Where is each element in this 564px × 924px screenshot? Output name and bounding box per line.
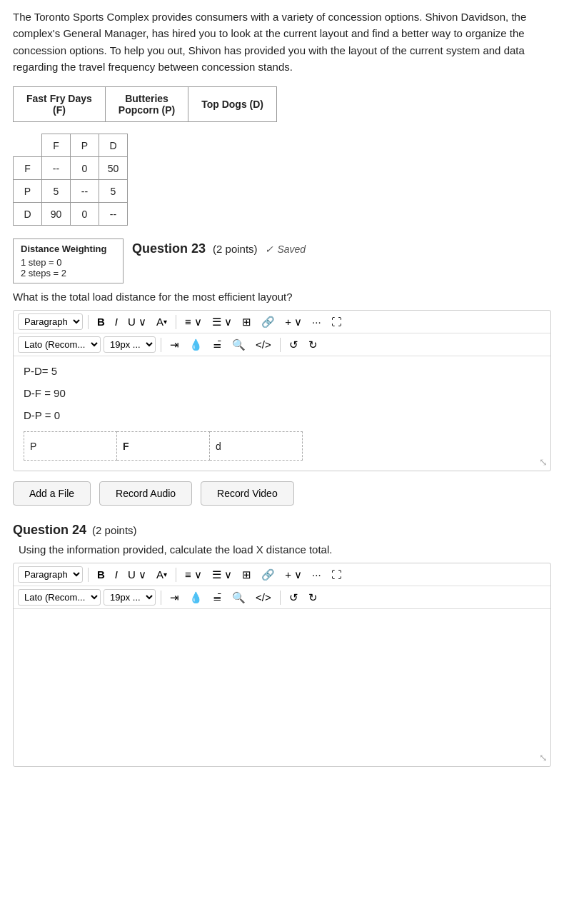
q24-prompt: Using the information provided, calculat… [13,543,551,556]
grid-header-d: D [99,134,128,157]
q24-editor[interactable]: Paragraph B I U ∨ A▾ ≡ ∨ ☰ ∨ ⊞ 🔗 + ∨ ···… [13,563,551,767]
find-button[interactable]: 🔍 [228,337,249,353]
grid-df: 90 [42,203,71,226]
q24-italic-button[interactable]: I [111,567,121,582]
grid-dd: -- [99,203,128,226]
grid-row-p-label: P [14,180,42,203]
grid-header-p: P [71,134,99,157]
q23-btn-row: Add a File Record Audio Record Video [13,481,551,506]
distance-weighting-box: Distance Weighting 1 step = 0 2 steps = … [13,238,124,283]
q24-divider3 [161,591,161,605]
check-icon: ✓ [265,243,273,255]
q24-title: Question 24 [13,523,86,538]
plus-button[interactable]: + ∨ [281,314,306,330]
record-audio-button[interactable]: Record Audio [99,481,192,506]
q24-insert-button[interactable]: ⊞ [238,567,255,583]
bold-button[interactable]: B [94,314,109,329]
add-file-button[interactable]: Add a File [13,481,91,506]
undo-button[interactable]: ↺ [286,337,302,353]
q24-align-button[interactable]: ≡ ∨ [181,567,206,583]
header-col3: Top Dogs (D) [188,87,277,122]
q23-table-cell2: F [117,432,210,461]
q24-format-button[interactable]: ≡̄ [209,590,226,606]
code-button[interactable]: </> [252,337,275,352]
q23-title: Question 23 [132,241,206,256]
q23-toolbar-row1: Paragraph B I U ∨ A▾ ≡ ∨ ☰ ∨ ⊞ 🔗 + ∨ ···… [14,311,550,333]
q24-style-select[interactable]: Paragraph [18,566,83,583]
q24-font-select[interactable]: Lato (Recom... [18,589,101,606]
q23-line1: P-D= 5 [24,365,540,377]
font-color-button[interactable]: A▾ [153,314,171,329]
grid-dp: 0 [71,203,99,226]
q24-divider4 [280,591,281,605]
q24-divider1 [88,568,89,582]
divider2 [176,315,176,329]
q24-section: Question 24 (2 points) Using the informa… [13,523,551,767]
divider4 [280,338,281,352]
q23-editor-body[interactable]: P-D= 5 D-F = 90 D-P = 0 P F d ⤡ [14,356,550,471]
grid-ff: -- [42,157,71,180]
grid-empty [14,134,42,157]
indent-button[interactable]: ⇥ [166,337,183,353]
record-video-button[interactable]: Record Video [201,481,294,506]
q24-size-select[interactable]: 19px ... [104,589,156,606]
q24-resize-handle[interactable]: ⤡ [539,752,548,763]
distance-step1: 1 step = 0 [21,257,116,268]
q24-more-button[interactable]: ··· [308,567,325,582]
more-button[interactable]: ··· [308,314,325,329]
distance-step2: 2 steps = 2 [21,268,116,278]
q24-font-color-button[interactable]: A▾ [153,567,171,582]
q24-toolbar-row2: Lato (Recom... 19px ... ⇥ 💧 ≡̄ 🔍 </> ↺ ↻ [14,586,550,609]
resize-handle[interactable]: ⤡ [539,456,548,468]
q24-toolbar-row1: Paragraph B I U ∨ A▾ ≡ ∨ ☰ ∨ ⊞ 🔗 + ∨ ···… [14,563,550,586]
divider3 [161,338,161,352]
grid-fp: 0 [71,157,99,180]
q24-header: Question 24 (2 points) [13,523,551,538]
q23-prompt: What is the total load distance for the … [13,291,551,303]
align-button[interactable]: ≡ ∨ [181,314,206,330]
q24-divider2 [176,568,176,582]
q23-size-select[interactable]: 19px ... [104,336,156,353]
q23-editor[interactable]: Paragraph B I U ∨ A▾ ≡ ∨ ☰ ∨ ⊞ 🔗 + ∨ ···… [13,310,551,471]
q24-find-button[interactable]: 🔍 [228,590,249,606]
distance-weighting-title: Distance Weighting [21,243,116,254]
q24-list-button[interactable]: ☰ ∨ [208,567,236,583]
grid-row-f-label: F [14,157,42,180]
italic-button[interactable]: I [111,314,121,329]
grid-row-d-label: D [14,203,42,226]
data-grid: F P D F -- 0 50 P 5 -- 5 D 90 0 -- [13,134,128,226]
link-button[interactable]: 🔗 [258,314,278,330]
q23-table-cell1: P [24,432,117,461]
grid-pd: 5 [99,180,128,203]
q24-underline-button[interactable]: U ∨ [124,567,150,583]
redo-button[interactable]: ↻ [305,337,321,353]
q23-style-select[interactable]: Paragraph [18,313,83,330]
q24-code-button[interactable]: </> [252,590,275,605]
q23-table-cell3: d [210,432,303,461]
highlight-button[interactable]: 💧 [186,337,206,353]
header-col2: ButteriesPopcorn (P) [105,87,188,122]
q23-header-block: Question 23 (2 points) ✓ Saved [132,238,306,256]
q24-fullscreen-button[interactable]: ⛶ [328,567,346,582]
q24-link-button[interactable]: 🔗 [258,567,278,583]
list-button[interactable]: ☰ ∨ [208,314,236,330]
fullscreen-button[interactable]: ⛶ [328,314,346,329]
underline-button[interactable]: U ∨ [124,314,150,330]
q23-line3: D-P = 0 [24,409,540,421]
q23-points: (2 points) [213,243,258,255]
q24-plus-button[interactable]: + ∨ [281,567,306,583]
q23-row: Distance Weighting 1 step = 0 2 steps = … [13,238,551,283]
q24-editor-body[interactable]: ⤡ [14,609,550,766]
q24-highlight-button[interactable]: 💧 [186,590,206,606]
grid-header-f: F [42,134,71,157]
q24-redo-button[interactable]: ↻ [305,590,321,606]
format-button[interactable]: ≡̄ [209,337,226,353]
q24-indent-button[interactable]: ⇥ [166,590,183,606]
q23-font-select[interactable]: Lato (Recom... [18,336,101,353]
q24-points: (2 points) [92,524,137,536]
q24-undo-button[interactable]: ↺ [286,590,302,606]
insert-button[interactable]: ⊞ [238,314,255,330]
header-col1: Fast Fry Days(F) [14,87,106,122]
q23-line2: D-F = 90 [24,387,540,399]
q24-bold-button[interactable]: B [94,567,109,582]
